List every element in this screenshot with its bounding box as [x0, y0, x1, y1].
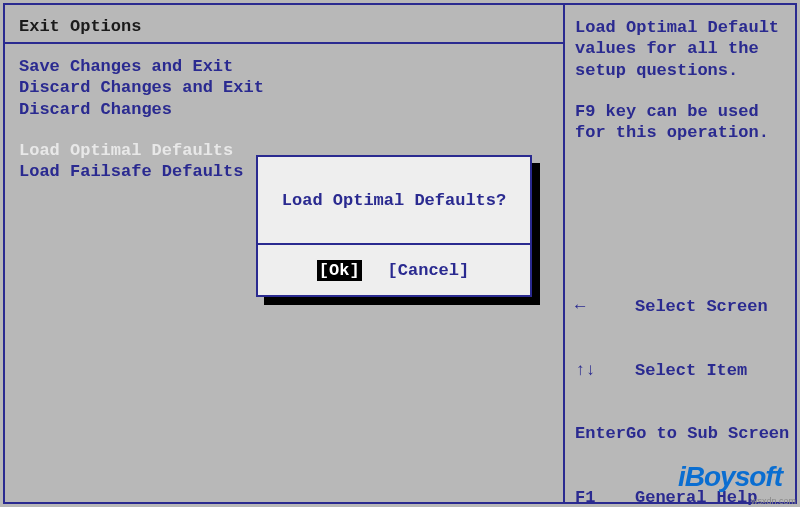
watermark-logo: iBoysoft [678, 461, 782, 493]
cancel-button[interactable]: [Cancel] [386, 260, 472, 281]
dialog-buttons: [Ok] [Cancel] [258, 245, 530, 295]
help-text-2: F9 key can be used for this operation. [575, 101, 785, 144]
right-panel: Load Optimal Default values for all the … [565, 5, 795, 502]
legend-label-sub: Go to Sub Screen [626, 423, 789, 444]
ok-button[interactable]: [Ok] [317, 260, 362, 281]
legend-label-item: Select Item [635, 360, 747, 381]
page-title: Exit Options [19, 17, 549, 36]
menu-discard-exit[interactable]: Discard Changes and Exit [19, 77, 549, 98]
confirm-dialog: Load Optimal Defaults? [Ok] [Cancel] [256, 155, 532, 297]
legend-key-updown: ↑↓ [575, 360, 635, 381]
title-divider [5, 42, 563, 44]
legend-key-enter: Enter [575, 423, 626, 444]
legend-label-screen: Select Screen [635, 296, 768, 317]
dialog-message: Load Optimal Defaults? [258, 157, 530, 245]
help-text-1: Load Optimal Default values for all the … [575, 17, 785, 81]
menu-save-exit[interactable]: Save Changes and Exit [19, 56, 549, 77]
legend-key-left: ← [575, 296, 635, 317]
menu-discard[interactable]: Discard Changes [19, 99, 549, 120]
legend-key-f1: F1 [575, 487, 635, 507]
source-text: wsxdn.com [751, 496, 796, 506]
